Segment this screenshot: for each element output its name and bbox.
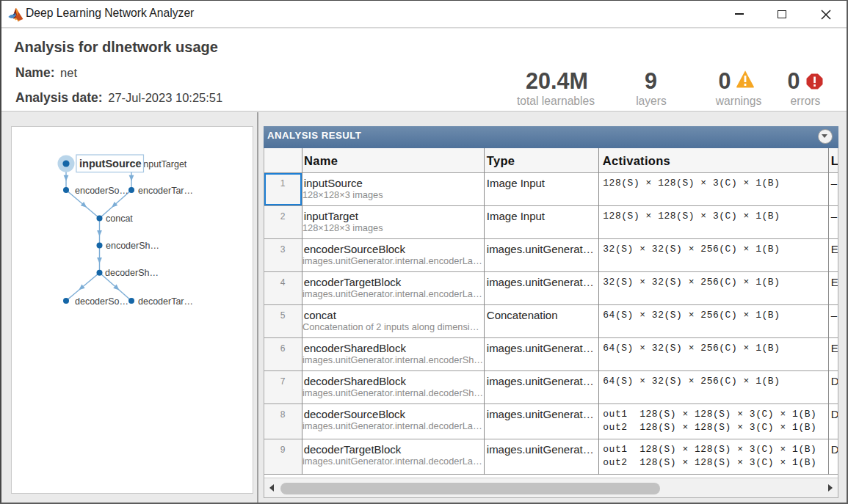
svg-text:decoderSo…: decoderSo…: [75, 296, 128, 306]
svg-text:encoderSh…: encoderSh…: [106, 241, 159, 251]
svg-text:decoderSh…: decoderSh…: [105, 268, 159, 278]
svg-text:encoderSo…: encoderSo…: [75, 185, 128, 195]
svg-text:inputSource: inputSource: [79, 158, 142, 169]
svg-text:concat: concat: [106, 213, 133, 224]
svg-text:encoderTar…: encoderTar…: [138, 185, 193, 195]
svg-text:inputTarget: inputTarget: [141, 158, 186, 169]
svg-text:decoderTar…: decoderTar…: [138, 296, 193, 306]
